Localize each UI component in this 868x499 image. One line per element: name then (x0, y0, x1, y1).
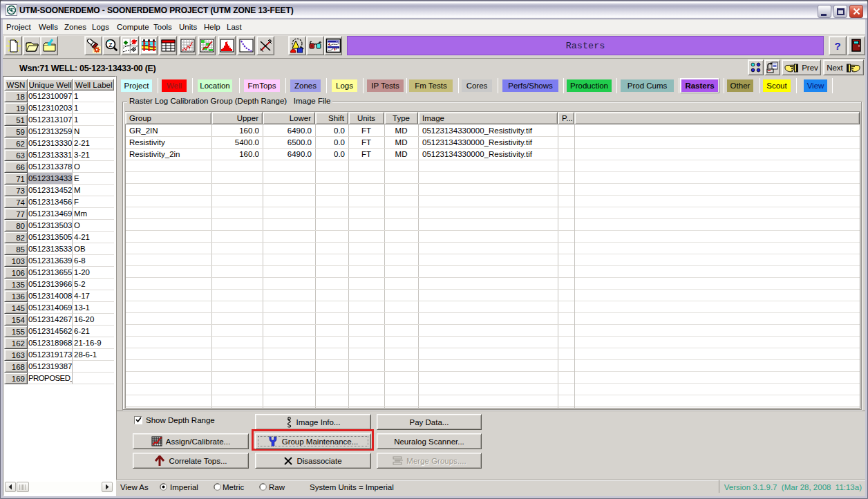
svg-text:z: z (108, 40, 113, 48)
